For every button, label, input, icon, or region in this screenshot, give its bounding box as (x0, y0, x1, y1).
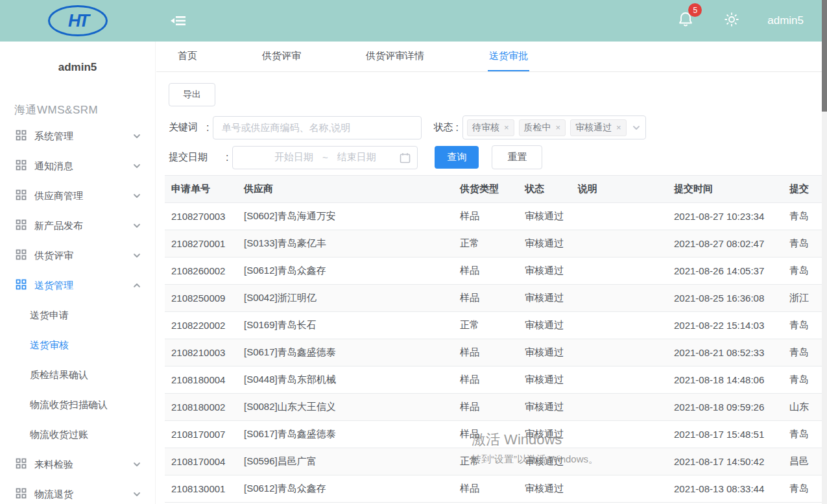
grid-icon (16, 249, 27, 262)
logo[interactable]: HT (0, 5, 156, 36)
date-colon: : (226, 152, 228, 163)
sidebar-menu: 系统管理通知消息供应商管理新产品发布供货评审送货管理送货申请送货审核质检结果确认… (0, 121, 155, 504)
tab-1[interactable]: 供货评审 (261, 42, 302, 71)
cell-0-2: 样品 (453, 203, 518, 230)
cell-0-1: [S0602]青岛海通万安 (237, 203, 453, 230)
table-row[interactable]: 2108270001[S0133]青岛豪亿丰正常审核通过2021-08-27 0… (165, 230, 822, 258)
cell-0-3: 审核通过 (518, 203, 571, 230)
table-row[interactable]: 2108170007[S0617]青岛鑫盛德泰样品审核通过2021-08-17 … (165, 421, 822, 448)
cell-9-0: 2108170004 (165, 448, 237, 475)
sidebar-subitem-5-0[interactable]: 送货申请 (0, 300, 155, 330)
export-button[interactable]: 导出 (169, 83, 215, 106)
grid-icon (16, 458, 27, 471)
date-end-placeholder: 结束日期 (328, 151, 385, 163)
sidebar-item-1[interactable]: 通知消息 (0, 151, 155, 181)
cell-7-2: 样品 (453, 394, 518, 421)
chevron-down-icon (632, 125, 640, 130)
sidebar-subitem-5-4[interactable]: 物流收货过账 (0, 420, 155, 450)
app-root: HT 5 (0, 0, 827, 504)
table-row[interactable]: 2108260002[S0612]青岛众鑫存样品审核通过2021-08-26 1… (165, 258, 822, 285)
table-row[interactable]: 2108130001[S0612]青岛众鑫存样品审核通过2021-08-13 0… (165, 475, 822, 503)
sidebar-item-4[interactable]: 供货评审 (0, 241, 155, 270)
status-colon: : (455, 122, 458, 134)
tag-close-icon[interactable]: × (504, 123, 509, 132)
cell-5-2: 样品 (453, 339, 518, 366)
cell-8-4 (571, 421, 667, 448)
filter-row-2: 提交日期 : 开始日期 ~ 结束日期 查询 重置 (169, 145, 822, 169)
cell-5-0: 2108210003 (165, 339, 237, 366)
cell-3-2: 样品 (453, 285, 518, 312)
cell-10-4 (571, 475, 667, 503)
table-row[interactable]: 2108180004[S0448]青岛东部机械样品审核通过2021-08-18 … (165, 366, 822, 394)
tab-3[interactable]: 送货审批 (488, 42, 529, 71)
logo-text: HT (68, 11, 88, 31)
keyword-label: 关键词 (169, 121, 204, 134)
results-table-wrap: 申请单号供应商供货类型状态说明提交时间提交 2108270003[S0602]青… (165, 175, 822, 503)
table-header-row: 申请单号供应商供货类型状态说明提交时间提交 (165, 176, 822, 203)
reset-button[interactable]: 重置 (492, 145, 542, 169)
sidebar-item-6[interactable]: 来料检验 (0, 450, 155, 479)
sidebar-item-0[interactable]: 系统管理 (0, 121, 155, 151)
cell-4-4 (571, 312, 667, 339)
sidebar-subitem-label: 送货申请 (30, 309, 69, 322)
grid-icon (16, 189, 27, 202)
cell-1-6: 青岛 (783, 230, 822, 258)
vertical-scrollbar-thumb[interactable] (822, 0, 827, 112)
notifications-button[interactable]: 5 (678, 11, 693, 30)
grid-icon (16, 130, 27, 143)
chevron-down-icon (133, 193, 141, 198)
date-range-input[interactable]: 开始日期 ~ 结束日期 (232, 146, 418, 169)
cell-2-5: 2021-08-26 14:05:37 (667, 258, 783, 285)
table-row[interactable]: 2108220002[S0169]青岛长石正常审核通过2021-08-22 15… (165, 312, 822, 339)
sidebar-item-5[interactable]: 送货管理 (0, 270, 155, 300)
vertical-scrollbar-track[interactable] (822, 0, 827, 504)
chevron-down-icon (133, 492, 141, 497)
cell-1-5: 2021-08-27 08:02:47 (667, 230, 783, 258)
grid-icon (16, 279, 27, 292)
chevron-down-icon (133, 253, 141, 258)
table-row[interactable]: 2108170004[S0596]昌邑广富正常审核通过2021-08-17 14… (165, 448, 822, 475)
keyword-input[interactable] (213, 116, 422, 139)
tab-0[interactable]: 首页 (176, 42, 198, 71)
table-row[interactable]: 2108210003[S0617]青岛鑫盛德泰样品审核通过2021-08-21 … (165, 339, 822, 366)
cell-8-3: 审核通过 (518, 421, 571, 448)
cell-10-1: [S0612]青岛众鑫存 (237, 475, 453, 503)
cell-3-0: 2108250009 (165, 285, 237, 312)
sidebar-item-7[interactable]: 物流退货 (0, 479, 155, 504)
keyword-colon: : (206, 122, 209, 134)
table-row[interactable]: 2108250009[S0042]浙江明亿样品审核通过2021-08-25 16… (165, 285, 822, 312)
sidebar-item-3[interactable]: 新产品发布 (0, 211, 155, 241)
cell-5-3: 审核通过 (518, 339, 571, 366)
sidebar-subitem-5-1[interactable]: 送货审核 (0, 330, 155, 360)
settings-button[interactable] (723, 11, 740, 30)
status-tag-2: 审核通过× (570, 119, 627, 136)
sidebar-collapse-icon[interactable] (170, 14, 187, 28)
search-button[interactable]: 查询 (435, 146, 479, 169)
tag-close-icon[interactable]: × (556, 123, 561, 132)
sidebar-app-title: 海通WMS&SRM (14, 102, 155, 117)
column-header-6: 提交 (783, 176, 822, 203)
sidebar-subitem-5-2[interactable]: 质检结果确认 (0, 360, 155, 390)
cell-4-2: 正常 (453, 312, 518, 339)
sidebar-item-2[interactable]: 供应商管理 (0, 181, 155, 211)
tag-close-icon[interactable]: × (616, 123, 621, 132)
sidebar-item-label: 系统管理 (34, 130, 73, 143)
date-separator: ~ (322, 152, 328, 163)
sidebar-subitem-5-3[interactable]: 物流收货扫描确认 (0, 390, 155, 420)
table-body: 2108270003[S0602]青岛海通万安样品审核通过2021-08-27 … (165, 203, 822, 503)
tab-2[interactable]: 供货评审详情 (365, 42, 425, 71)
sidebar-subitem-label: 物流收货过账 (30, 429, 88, 441)
cell-6-4 (571, 366, 667, 394)
sidebar-subitem-label: 送货审核 (30, 339, 69, 352)
table-row[interactable]: 2108270003[S0602]青岛海通万安样品审核通过2021-08-27 … (165, 203, 822, 230)
table-row[interactable]: 2108180002[S0082]山东大王信义样品审核通过2021-08-18 … (165, 394, 822, 421)
cell-6-1: [S0448]青岛东部机械 (237, 366, 453, 394)
status-multiselect[interactable]: 待审核×质检中×审核通过× (462, 115, 646, 139)
cell-3-6: 浙江 (783, 285, 822, 312)
cell-10-0: 2108130001 (165, 475, 237, 503)
status-tag-label: 质检中 (524, 122, 551, 134)
cell-7-3: 审核通过 (518, 394, 571, 421)
current-user[interactable]: admin5 (767, 14, 804, 27)
cell-2-6: 青岛 (783, 258, 822, 285)
calendar-icon (400, 152, 411, 165)
